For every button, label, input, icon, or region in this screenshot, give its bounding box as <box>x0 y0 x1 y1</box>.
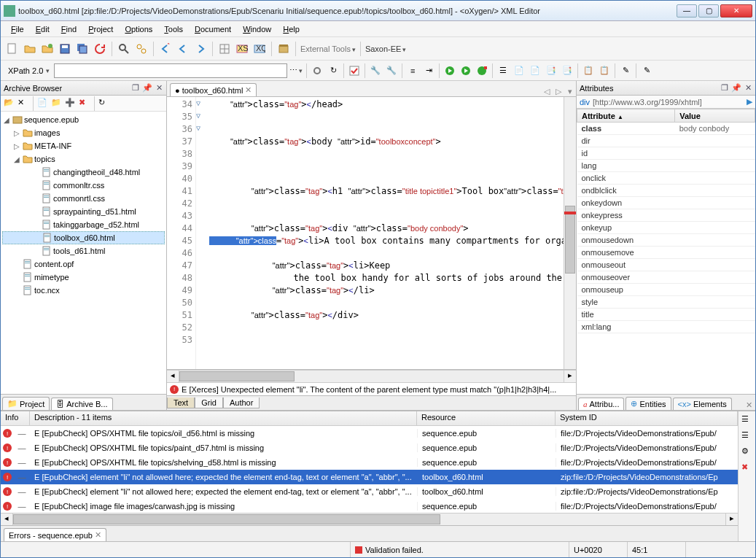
outline-icon[interactable]: ☰ <box>496 63 510 78</box>
wrench2-icon[interactable]: 🔧 <box>384 63 399 78</box>
menu-edit[interactable]: Edit <box>31 23 54 35</box>
attr-panel-close-icon[interactable]: ✕ <box>744 84 752 93</box>
archive-new-file-icon[interactable]: 📄 <box>37 98 49 109</box>
vertical-scrollbar[interactable] <box>564 97 576 369</box>
attributes-breadcrumb[interactable]: div [http://www.w3.org/1999/xhtml] ▶ <box>577 96 755 109</box>
highlight-icon[interactable]: ✎ <box>639 63 654 78</box>
undo-starred-icon[interactable]: * <box>158 42 173 56</box>
fold-gutter[interactable]: ▽ ▽ ▽ <box>196 97 206 369</box>
xslt-icon[interactable]: XSLT <box>235 42 249 56</box>
problem-row[interactable]: !—E [EpubCheck] element "li" not allowed… <box>1 470 738 484</box>
attr-row[interactable]: onkeypress <box>577 209 755 222</box>
right-tabs-close-icon[interactable]: ✕ <box>744 400 754 410</box>
indent-icon[interactable]: ⇥ <box>421 63 436 78</box>
new-icon[interactable] <box>5 42 20 56</box>
editor-tab-toolbox[interactable]: ● toolbox_d60.html ✕ <box>170 83 257 96</box>
tree-item[interactable]: ▷META-INF <box>2 139 165 152</box>
copy-icon[interactable]: 📋 <box>581 63 596 78</box>
archive-delete-icon[interactable]: ✖ <box>79 98 90 109</box>
menu-find[interactable]: Find <box>57 23 81 35</box>
paste-icon[interactable]: 📋 <box>597 63 612 78</box>
attr-row[interactable]: lang <box>577 160 755 172</box>
problem-row[interactable]: !—E [EpubCheck] OPS/XHTML file topics/sh… <box>1 455 738 470</box>
tree-item[interactable]: toc.ncx <box>2 284 165 297</box>
save-icon[interactable] <box>58 42 72 56</box>
find-replace-icon[interactable] <box>134 42 149 56</box>
attr-row[interactable]: classbody conbody <box>577 123 755 135</box>
clear-icon[interactable]: ✖ <box>741 462 753 474</box>
menu-window[interactable]: Window <box>238 23 276 35</box>
external-tools-dropdown[interactable]: External Tools <box>300 44 356 53</box>
transform-engine-dropdown[interactable]: Saxon-EE <box>365 44 407 53</box>
attr-row[interactable]: id <box>577 147 755 160</box>
horizontal-scrollbar[interactable]: ◂▸ <box>167 370 576 382</box>
edit-icon[interactable]: ✎ <box>618 63 633 78</box>
close-button[interactable]: ✕ <box>720 4 752 18</box>
menu-document[interactable]: Document <box>190 23 235 35</box>
attr-row[interactable]: title <box>577 309 755 321</box>
code-editor[interactable]: "attr">class="tag"></head> "attr">class=… <box>206 97 564 369</box>
attr-col-value[interactable]: Value <box>675 109 755 123</box>
new-doc-icon[interactable]: 📄 <box>512 63 526 78</box>
tab-entities[interactable]: ⊕ Entities <box>626 397 671 410</box>
refresh-icon[interactable]: ↻ <box>326 63 340 78</box>
tab-close-icon[interactable]: ✕ <box>245 85 252 95</box>
xpath-go-icon[interactable]: ⋯ <box>289 63 303 78</box>
attr-row[interactable]: onkeyup <box>577 222 755 234</box>
tree-item[interactable]: toolbox_d60.html <box>2 231 165 244</box>
col-resource[interactable]: Resource <box>417 411 556 425</box>
tab-archive-browser[interactable]: 🗄Archive B... <box>51 398 112 410</box>
tab-attributes[interactable]: a Attribu... <box>578 398 624 410</box>
view-tab-author[interactable]: Author <box>223 398 260 408</box>
archive-refresh-icon[interactable]: ↻ <box>98 98 110 109</box>
tab-elements[interactable]: <x> Elements <box>673 398 732 410</box>
view-tab-grid[interactable]: Grid <box>195 398 223 408</box>
attr-row[interactable]: onkeydown <box>577 197 755 209</box>
attr-row[interactable]: ondblclick <box>577 185 755 197</box>
xpath-version-dropdown[interactable]: XPath 2.0 <box>5 66 52 75</box>
back-icon[interactable] <box>176 42 190 56</box>
open-url-icon[interactable] <box>40 42 55 56</box>
attributes-grid[interactable]: Attribute ▲ Value classbody conbodydirid… <box>577 109 755 394</box>
archive-close-icon[interactable]: ✕ <box>17 98 29 109</box>
panel-close-icon[interactable]: ✕ <box>155 84 163 93</box>
tab-prev-icon[interactable]: ◁ <box>542 86 552 96</box>
run-config-icon[interactable] <box>459 63 473 78</box>
archive-icon[interactable] <box>276 42 291 56</box>
tree-item[interactable]: changingtheoil_d48.html <box>2 166 165 179</box>
tree-item[interactable]: commonltr.css <box>2 179 165 192</box>
open-icon[interactable] <box>23 42 37 56</box>
format-icon[interactable]: ≡ <box>405 63 420 78</box>
reload-icon[interactable] <box>93 42 107 56</box>
col-systemid[interactable]: System ID <box>556 411 738 425</box>
save-all-icon[interactable] <box>75 42 90 56</box>
menu-project[interactable]: Project <box>84 23 117 35</box>
archive-open-icon[interactable]: 📂 <box>4 98 15 109</box>
attr-row[interactable]: onclick <box>577 172 755 185</box>
archive-tree[interactable]: ◢sequence.epub▷images▷META-INF◢topicscha… <box>1 112 166 394</box>
problem-row[interactable]: !—E [EpubCheck] image file images/carwas… <box>1 499 738 513</box>
problem-row[interactable]: !—E [EpubCheck] OPS/XHTML file topics/pa… <box>1 441 738 455</box>
menu-help[interactable]: Help <box>278 23 304 35</box>
search-icon[interactable] <box>117 42 131 56</box>
tab-next-icon[interactable]: ▷ <box>553 86 564 96</box>
attr-row[interactable]: onmouseover <box>577 271 755 284</box>
problems-hscroll[interactable]: ◂▸ <box>1 513 738 525</box>
tab-errors[interactable]: Errors - sequence.epub ✕ <box>4 528 106 541</box>
tree-item[interactable]: ▷images <box>2 126 165 139</box>
settings-icon[interactable] <box>310 63 324 78</box>
problem-row[interactable]: !—E [EpubCheck] OPS/XHTML file topics/oi… <box>1 426 738 441</box>
panel-pin-icon[interactable]: 📌 <box>143 84 152 93</box>
problems-list[interactable]: !—E [EpubCheck] OPS/XHTML file topics/oi… <box>1 426 738 513</box>
tab-project[interactable]: 📁Project <box>2 397 50 410</box>
attr-row[interactable]: onmouseout <box>577 259 755 271</box>
menu-file[interactable]: File <box>7 23 28 35</box>
menu-options[interactable]: Options <box>120 23 157 35</box>
xq-icon[interactable]: XQ <box>252 42 267 56</box>
col-description[interactable]: Description - 11 items <box>30 411 417 425</box>
settings2-icon[interactable]: ⚙ <box>741 446 753 458</box>
run-icon[interactable] <box>443 63 457 78</box>
tree-item[interactable]: mimetype <box>2 271 165 284</box>
attr-row[interactable]: onmouseup <box>577 284 755 296</box>
tree-item[interactable]: tools_d61.html <box>2 244 165 257</box>
